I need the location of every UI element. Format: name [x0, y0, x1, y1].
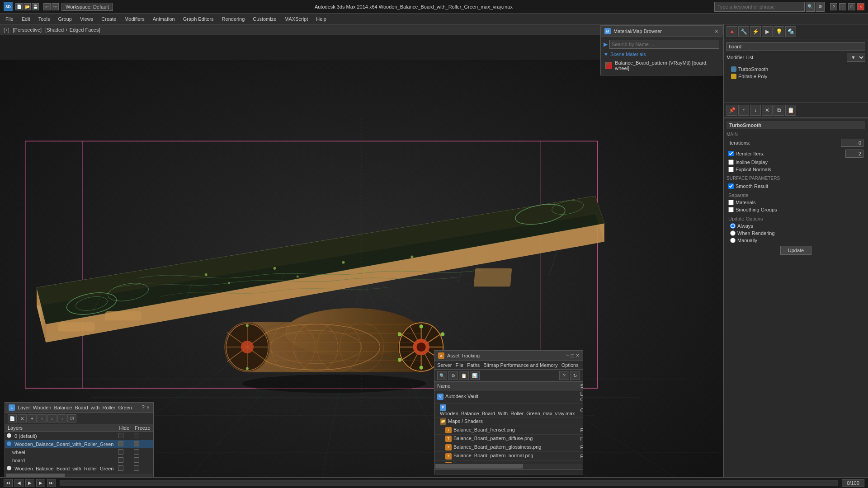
layer-freeze-cell[interactable] [132, 440, 153, 448]
modifier-search-input[interactable] [726, 42, 865, 51]
manually-radio[interactable] [730, 238, 736, 243]
paste-btn[interactable]: 📋 [785, 105, 796, 116]
menu-customize[interactable]: Customize [249, 14, 280, 24]
layer-new-btn[interactable]: 📄 [8, 414, 17, 422]
material-item[interactable]: Balance_Board_pattern (VRayMtl) [board, … [604, 59, 719, 72]
menu-views[interactable]: Views [76, 14, 97, 24]
scene-materials-header[interactable]: ▼ Scene Materials [604, 52, 719, 57]
smooth-result-checkbox[interactable] [728, 183, 734, 189]
material-search-input[interactable] [609, 40, 719, 49]
layer-hide-checkbox[interactable] [118, 457, 123, 463]
pin-btn[interactable]: 📌 [726, 105, 737, 116]
close-btn[interactable]: × [857, 3, 864, 10]
asset-tool-3[interactable]: 📋 [459, 371, 469, 380]
modifier-list-dropdown[interactable]: ▼ [847, 53, 865, 62]
layer-freeze-cell[interactable] [132, 432, 153, 441]
prev-frame-btn[interactable]: ◀ [14, 479, 24, 487]
play-btn[interactable]: ▶ [25, 479, 34, 487]
panel-tool-display[interactable]: 💡 [774, 26, 784, 37]
undo-btn[interactable]: ↩ [43, 3, 51, 10]
modifier-editpoly[interactable]: Editable Poly [729, 73, 863, 80]
open-btn[interactable]: 📂 [24, 3, 31, 10]
layer-freeze-checkbox[interactable] [134, 465, 139, 471]
material-browser-close[interactable]: × [715, 28, 718, 35]
copy-btn[interactable]: ⧉ [774, 105, 784, 116]
explicit-normals-checkbox[interactable] [728, 167, 734, 172]
layer-select-btn[interactable]: ☑ [67, 414, 76, 422]
menu-edit[interactable]: Edit [18, 14, 34, 24]
materials-checkbox[interactable] [728, 200, 734, 205]
layer-delete-btn[interactable]: ✕ [18, 414, 27, 422]
layer-hide-checkbox[interactable] [118, 433, 123, 438]
search-icon-btn[interactable]: 🔍 [806, 2, 815, 12]
menu-file[interactable]: File [2, 14, 17, 24]
frame-counter[interactable]: 0/100 [842, 479, 864, 487]
table-row[interactable]: 📁Maps / Shaders [434, 418, 583, 426]
layer-hide-checkbox[interactable] [118, 441, 123, 446]
layer-freeze-checkbox[interactable] [134, 441, 139, 446]
table-row[interactable]: Wooden_Balance_Board_with_Roller_Green [5, 440, 153, 448]
layer-hide-checkbox[interactable] [118, 465, 123, 471]
menu-graph-editors[interactable]: Graph Editors [179, 14, 217, 24]
layer-freeze-checkbox[interactable] [134, 457, 139, 463]
render-iters-checkbox[interactable] [728, 151, 734, 156]
panel-tool-motion[interactable]: ▶ [762, 26, 773, 37]
save-btn[interactable]: 💾 [32, 3, 39, 10]
workspace-dropdown[interactable]: Workspace: Default [61, 3, 113, 11]
layer-freeze-cell[interactable] [132, 465, 153, 473]
maximize-btn[interactable]: □ [848, 3, 855, 10]
menu-group[interactable]: Group [54, 14, 75, 24]
viewport-perspective[interactable]: [Perspective] [13, 27, 42, 33]
asset-tool-4[interactable]: 📊 [470, 371, 480, 380]
menu-modifiers[interactable]: Modifiers [121, 14, 148, 24]
layer-hide-cell[interactable] [116, 440, 132, 448]
delete-btn[interactable]: ✕ [762, 105, 773, 116]
asset-scrollbar-h[interactable] [435, 464, 582, 469]
panel-tool-modify[interactable]: 🔧 [738, 26, 749, 37]
layer-move-to-btn[interactable]: → [57, 414, 66, 422]
layer-hide-cell[interactable] [116, 432, 132, 441]
layer-move-up-btn[interactable]: ↑ [38, 414, 47, 422]
asset-sync-btn[interactable]: ↻ [570, 371, 580, 380]
smoothing-groups-checkbox[interactable] [728, 207, 734, 212]
redo-btn[interactable]: ↪ [52, 3, 59, 10]
asset-menu-options[interactable]: Options [561, 362, 579, 368]
table-row[interactable]: wheel [5, 448, 153, 456]
layer-freeze-cell[interactable] [132, 448, 153, 456]
go-end-btn[interactable]: ⏭ [47, 479, 56, 487]
panel-tool-utilities[interactable]: 🔩 [785, 26, 796, 37]
table-row[interactable]: TBalance_Board_pattern_glossiness.png Fo… [434, 443, 583, 452]
asset-menu-server[interactable]: Server [437, 362, 452, 368]
layer-hide-cell[interactable] [116, 448, 132, 456]
layer-move-down-btn[interactable]: ↓ [47, 414, 57, 422]
menu-tools[interactable]: Tools [35, 14, 54, 24]
menu-create[interactable]: Create [98, 14, 120, 24]
asset-menu-bitmap[interactable]: Bitmap Performance and Memory [483, 362, 557, 368]
render-iters-input[interactable] [845, 150, 863, 158]
up-btn[interactable]: ↑ [738, 105, 749, 116]
table-row[interactable]: board [5, 456, 153, 465]
search-options-btn[interactable]: ⚙ [816, 2, 825, 12]
always-radio[interactable] [730, 223, 736, 229]
asset-help-btn[interactable]: ? [559, 371, 569, 380]
layers-help-btn[interactable]: ? [142, 404, 145, 411]
minimize-btn[interactable]: − [839, 3, 846, 10]
new-btn[interactable]: 📄 [15, 3, 23, 10]
panel-tool-hierarchy[interactable]: ⚡ [750, 26, 761, 37]
search-input[interactable] [714, 2, 805, 12]
layer-freeze-checkbox[interactable] [134, 449, 139, 455]
asset-maximize-btn[interactable]: □ [571, 352, 574, 359]
timeline-scrubber[interactable] [60, 480, 838, 486]
layer-add-btn[interactable]: + [28, 414, 37, 422]
asset-tool-2[interactable]: ⚙ [448, 371, 458, 380]
help-btn[interactable]: ? [830, 3, 837, 10]
modifier-turbosmooth[interactable]: TurboSmooth [729, 66, 863, 73]
layers-close-btn[interactable]: × [146, 404, 150, 411]
asset-menu-paths[interactable]: Paths [467, 362, 480, 368]
layer-hide-checkbox[interactable] [118, 449, 123, 455]
menu-help[interactable]: Help [312, 14, 330, 24]
down-btn[interactable]: ↓ [750, 105, 761, 116]
table-row[interactable]: TBalance_Board_pattern_specular.png Foun… [434, 460, 583, 463]
table-row[interactable]: VAutodesk Vault Logged O... [434, 390, 583, 404]
iterations-input[interactable] [841, 139, 863, 147]
